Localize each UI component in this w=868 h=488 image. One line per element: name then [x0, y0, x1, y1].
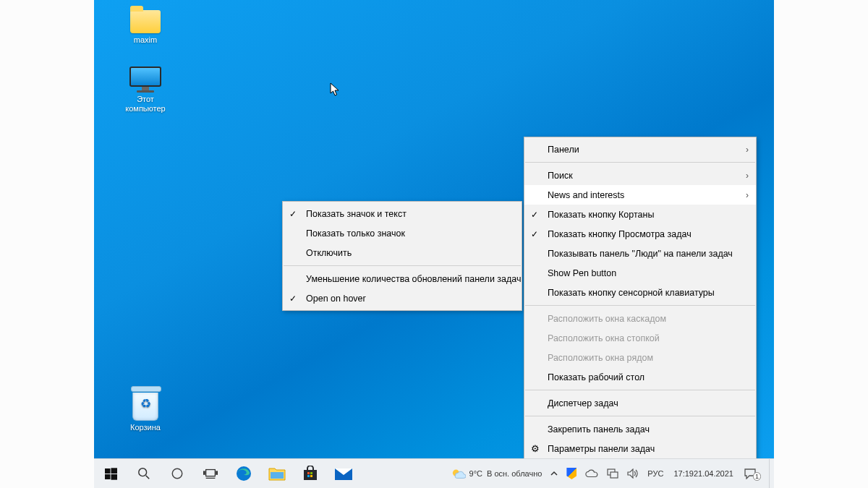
tray-security[interactable] — [562, 459, 581, 488]
menu-item-taskbar-settings[interactable]: ⚙ Параметры панели задач — [524, 439, 756, 458]
svg-rect-7 — [206, 470, 216, 476]
task-view-button[interactable] — [194, 459, 227, 488]
menu-item-pen-button[interactable]: Show Pen button — [524, 263, 756, 283]
menu-item-label: Расположить окна каскадом — [548, 314, 666, 324]
start-button[interactable] — [94, 459, 127, 488]
speaker-icon — [627, 468, 639, 479]
svg-rect-2 — [105, 474, 111, 479]
taskbar-app-edge[interactable] — [227, 459, 260, 488]
search-icon — [137, 467, 150, 480]
menu-item-label: Показать только значок — [306, 228, 405, 239]
menu-item-news-interests[interactable]: News and interests › — [524, 185, 756, 205]
menu-item-label: Отключить — [306, 248, 352, 258]
menu-item-label: Показать кнопку Кортаны — [548, 210, 654, 220]
tray-onedrive[interactable] — [581, 459, 603, 488]
menu-item-people[interactable]: Показывать панель "Люди" на панели задач — [524, 244, 756, 263]
desktop-icon-this-pc[interactable]: Этот компьютер — [116, 67, 175, 113]
desktop-icon-user-folder[interactable]: maxim — [116, 10, 175, 45]
file-explorer-icon — [268, 466, 286, 481]
menu-item-touch-keyboard[interactable]: Показать кнопку сенсорной клавиатуры — [524, 283, 756, 302]
menu-separator — [525, 162, 755, 163]
menu-item-show-icon-only[interactable]: Показать только значок — [283, 223, 522, 243]
menu-item-label: Поиск — [548, 171, 573, 181]
menu-item-show-desktop[interactable]: Показать рабочий стол — [524, 367, 756, 387]
svg-rect-14 — [307, 472, 310, 474]
svg-line-5 — [146, 476, 150, 479]
taskbar-context-menu: Панели › Поиск › News and interests › ✓ … — [524, 137, 757, 461]
menu-item-lock-taskbar[interactable]: Закрепить панель задач — [524, 419, 756, 439]
language-label: РУС — [647, 469, 663, 478]
menu-item-label: Показать значок и текст — [306, 209, 407, 219]
desktop-icon-recycle-bin[interactable]: ♻ Корзина — [116, 386, 175, 432]
network-icon — [607, 468, 618, 479]
show-desktop-button[interactable] — [769, 459, 774, 488]
chevron-right-icon: › — [746, 145, 749, 155]
taskbar-left — [94, 459, 360, 488]
svg-rect-15 — [310, 472, 312, 474]
submenu-news-interests: ✓ Показать значок и текст Показать тольк… — [282, 201, 522, 311]
menu-item-reduce-updates[interactable]: Уменьшение количества обновлений панели … — [283, 269, 522, 288]
taskbar[interactable]: 9°C В осн. облачно РУС 17:19 21.04.2021 — [94, 458, 774, 488]
tray-action-center[interactable]: 1 — [739, 459, 769, 488]
tray-overflow[interactable] — [546, 459, 562, 488]
svg-rect-1 — [111, 468, 117, 474]
menu-item-label: Расположить окна рядом — [548, 353, 653, 363]
taskbar-app-store[interactable] — [294, 459, 327, 488]
page-margin-right — [774, 0, 868, 488]
menu-item-cascade[interactable]: Расположить окна каскадом — [524, 309, 756, 328]
check-icon: ✓ — [289, 294, 297, 304]
cortana-icon — [171, 467, 184, 480]
gear-icon: ⚙ — [531, 443, 540, 454]
desktop[interactable]: maxim Этот компьютер ♻ Корзина ✓ Показат… — [94, 0, 774, 488]
menu-separator — [525, 390, 755, 390]
menu-item-disable[interactable]: Отключить — [283, 243, 522, 262]
mail-icon — [334, 466, 353, 481]
menu-item-label: News and interests — [548, 190, 624, 200]
menu-item-open-on-hover[interactable]: ✓ Open on hover — [283, 288, 522, 308]
taskbar-app-mail[interactable] — [327, 459, 360, 488]
menu-item-label: Расположить окна стопкой — [548, 333, 660, 343]
menu-item-toolbars[interactable]: Панели › — [524, 140, 756, 159]
menu-item-label: Show Pen button — [548, 268, 616, 278]
chevron-right-icon: › — [746, 190, 749, 200]
cortana-button[interactable] — [161, 459, 194, 488]
desktop-icon-label: Этот компьютер — [116, 95, 175, 113]
page-margin-left — [0, 0, 94, 488]
clock-date: 21.04.2021 — [694, 469, 733, 478]
menu-item-side-by-side[interactable]: Расположить окна рядом — [524, 348, 756, 367]
search-button[interactable] — [127, 459, 161, 488]
windows-logo-icon — [105, 468, 117, 480]
this-pc-icon — [129, 67, 161, 93]
tray-network[interactable] — [603, 459, 623, 488]
menu-item-task-manager[interactable]: Диспетчер задач — [524, 393, 756, 413]
menu-item-stacked[interactable]: Расположить окна стопкой — [524, 328, 756, 348]
menu-item-label: Показать кнопку сенсорной клавиатуры — [548, 288, 715, 298]
chevron-right-icon: › — [746, 171, 749, 181]
menu-item-search[interactable]: Поиск › — [524, 166, 756, 185]
taskbar-app-explorer[interactable] — [260, 459, 294, 488]
menu-separator — [525, 416, 755, 416]
edge-icon — [235, 465, 252, 482]
menu-item-label: Показать рабочий стол — [548, 372, 644, 382]
menu-item-show-icon-text[interactable]: ✓ Показать значок и текст — [283, 204, 522, 223]
menu-item-cortana-button[interactable]: ✓ Показать кнопку Кортаны — [524, 205, 756, 224]
tray-language[interactable]: РУС — [643, 459, 668, 488]
check-icon: ✓ — [531, 229, 538, 239]
tray-clock[interactable]: 17:19 21.04.2021 — [668, 459, 739, 488]
svg-rect-3 — [111, 474, 117, 480]
menu-item-label: Показывать панель "Люди" на панели задач — [548, 249, 733, 259]
weather-widget[interactable]: 9°C В осн. облачно — [447, 459, 547, 488]
svg-rect-8 — [203, 471, 205, 474]
notification-badge: 1 — [753, 472, 761, 481]
menu-separator — [284, 265, 521, 266]
clock-time: 17:19 — [673, 469, 694, 478]
tray-volume[interactable] — [623, 459, 643, 488]
menu-item-task-view-button[interactable]: ✓ Показать кнопку Просмотра задач — [524, 224, 756, 244]
desktop-icon-label: Корзина — [116, 423, 175, 432]
task-view-icon — [203, 468, 218, 479]
desktop-icon-label: maxim — [116, 35, 175, 45]
weather-desc: В осн. облачно — [487, 469, 542, 478]
taskbar-right: 9°C В осн. облачно РУС 17:19 21.04.2021 — [447, 459, 774, 488]
svg-rect-0 — [105, 468, 111, 474]
folder-icon — [130, 10, 161, 33]
